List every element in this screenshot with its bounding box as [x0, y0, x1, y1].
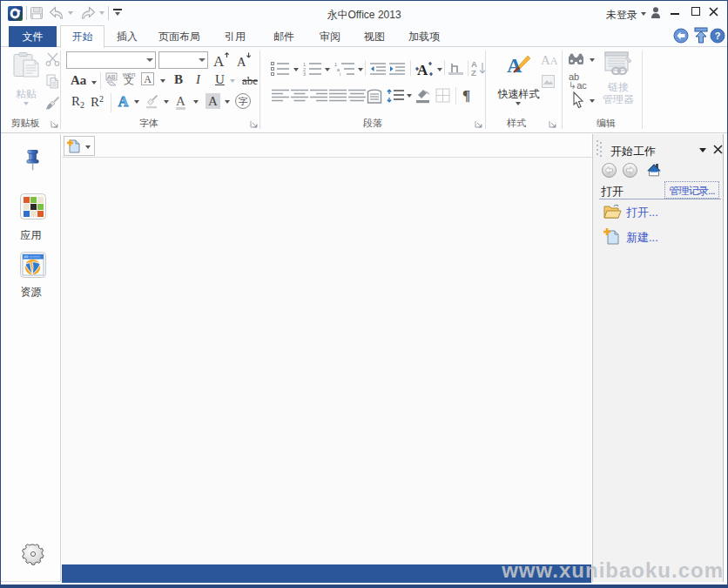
- svg-text:A: A: [237, 55, 246, 69]
- svg-text:A: A: [417, 62, 428, 78]
- svg-text:i: i: [340, 71, 340, 76]
- svg-text:?: ?: [715, 30, 721, 41]
- svg-text:AB: AB: [107, 74, 116, 80]
- svg-text:Z: Z: [471, 68, 476, 78]
- svg-text:A: A: [118, 94, 129, 109]
- svg-text:3: 3: [303, 71, 306, 76]
- svg-text:A: A: [213, 53, 225, 70]
